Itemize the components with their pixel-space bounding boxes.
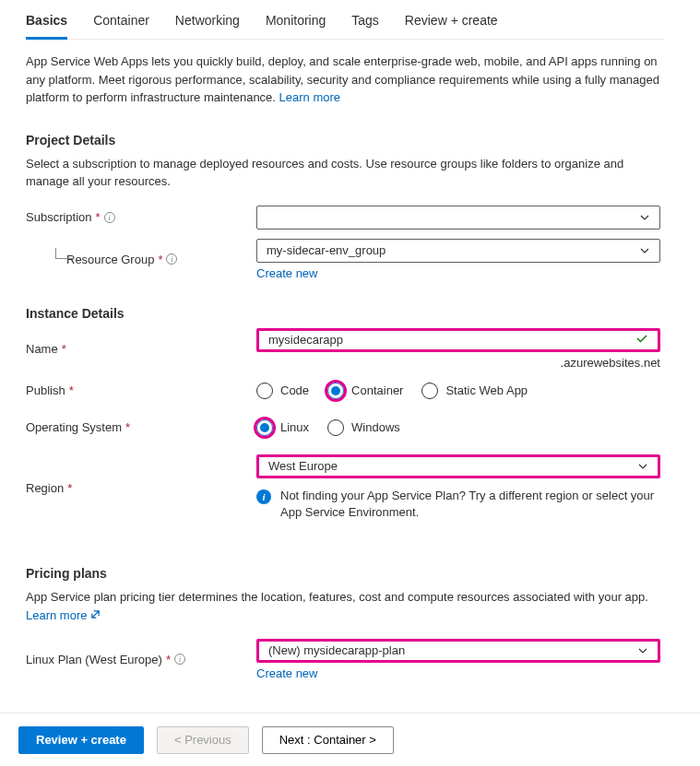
subscription-select[interactable]	[256, 206, 660, 230]
tab-monitoring[interactable]: Monitoring	[266, 6, 326, 39]
wizard-footer: Review + create < Previous Next : Contai…	[0, 713, 700, 766]
wizard-tabs: Basics Container Networking Monitoring T…	[26, 0, 664, 40]
tab-review-create[interactable]: Review + create	[405, 6, 498, 39]
region-label: Region *	[26, 481, 256, 495]
info-icon[interactable]: i	[174, 654, 185, 665]
resource-group-select[interactable]: my-sidecar-env_group	[256, 239, 660, 263]
resource-group-create-new-link[interactable]: Create new	[256, 266, 317, 280]
linux-plan-label: Linux Plan (West Europe) * i	[26, 653, 256, 666]
domain-suffix: .azurewebsites.net	[256, 356, 660, 370]
region-select[interactable]: West Europe	[256, 454, 660, 478]
publish-label: Publish *	[26, 383, 256, 397]
tab-container[interactable]: Container	[93, 6, 149, 39]
previous-button: < Previous	[157, 726, 249, 754]
linux-plan-create-new-link[interactable]: Create new	[256, 666, 317, 680]
intro-learn-more-link[interactable]: Learn more	[279, 90, 340, 104]
publish-radio-code[interactable]: Code	[256, 383, 309, 399]
chevron-down-icon	[637, 645, 648, 656]
pricing-plans-title: Pricing plans	[26, 566, 664, 581]
publish-radio-container[interactable]: Container	[327, 383, 403, 399]
info-icon[interactable]: i	[104, 212, 115, 223]
review-create-button[interactable]: Review + create	[18, 726, 144, 754]
chevron-down-icon	[639, 212, 650, 223]
info-icon[interactable]: i	[166, 253, 177, 265]
project-details-desc: Select a subscription to manage deployed…	[26, 155, 664, 191]
os-radio-linux[interactable]: Linux	[256, 419, 309, 436]
publish-radio-static-web-app[interactable]: Static Web App	[421, 383, 528, 399]
check-icon	[635, 332, 648, 348]
project-details-title: Project Details	[26, 133, 664, 147]
name-label: Name *	[26, 342, 256, 356]
chevron-down-icon	[639, 245, 650, 256]
resource-group-label: Resource Group * i	[26, 253, 256, 266]
subscription-label: Subscription * i	[26, 210, 256, 224]
linux-plan-select[interactable]: (New) mysidecarapp-plan	[256, 639, 660, 663]
os-radio-windows[interactable]: Windows	[327, 419, 400, 436]
os-label: Operating System *	[26, 420, 256, 434]
pricing-plans-desc: App Service plan pricing tier determines…	[26, 588, 664, 607]
tab-networking[interactable]: Networking	[175, 6, 240, 39]
name-input[interactable]: mysidecarapp	[256, 328, 660, 352]
chevron-down-icon	[637, 461, 648, 472]
instance-details-title: Instance Details	[26, 306, 664, 321]
external-link-icon	[90, 608, 101, 622]
info-icon: i	[256, 489, 271, 504]
tab-basics[interactable]: Basics	[26, 6, 67, 40]
region-hint-text: Not finding your App Service Plan? Try a…	[280, 488, 660, 523]
tab-tags[interactable]: Tags	[351, 6, 379, 39]
pricing-learn-more-link[interactable]: Learn more	[26, 608, 101, 622]
next-button[interactable]: Next : Container >	[262, 726, 394, 754]
intro-text: App Service Web Apps lets you quickly bu…	[26, 53, 664, 107]
